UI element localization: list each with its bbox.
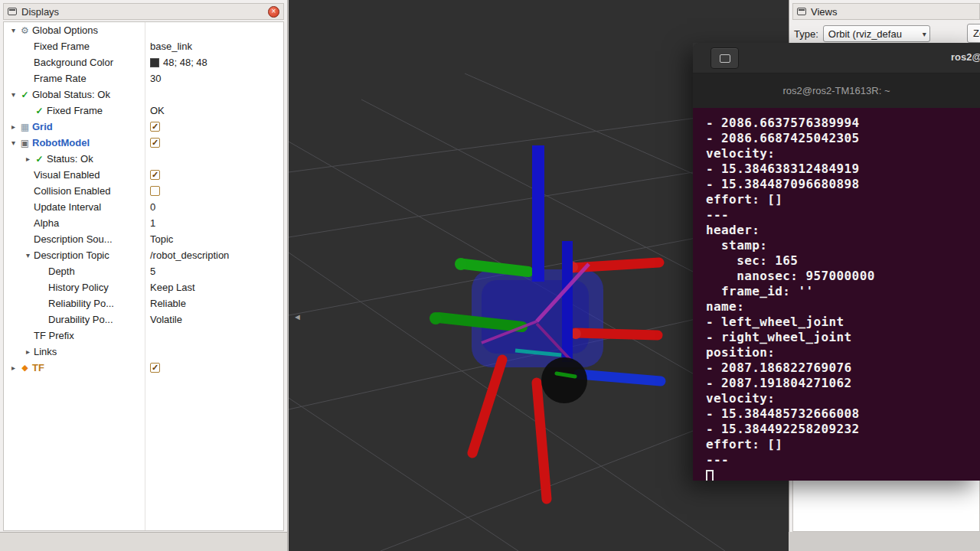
checkbox[interactable]: ✓ [150, 170, 160, 180]
terminal-line: - left_wheel_joint [706, 315, 980, 330]
terminal-window-title: ros2@ [951, 51, 980, 63]
terminal-line: --- [706, 452, 980, 468]
check-icon: ✓ [33, 154, 46, 165]
tree-row[interactable]: ▾Description Topic/robot_description [4, 247, 283, 263]
close-panel-button[interactable]: × [268, 6, 279, 18]
tree-row[interactable]: Durability Po...Volatile [4, 311, 283, 328]
panel-collapse-button[interactable]: ◄ [293, 312, 302, 321]
property-value[interactable]: 48; 48; 48 [146, 54, 283, 70]
displays-tree[interactable]: ▾⚙Global OptionsFixed Framebase_linkBack… [3, 21, 284, 531]
view-type-dropdown[interactable]: Orbit (rviz_defau ▾ [823, 25, 930, 42]
expander-open-icon[interactable]: ▾ [23, 251, 33, 259]
property-label: Depth [47, 266, 75, 277]
property-value [146, 344, 283, 360]
checkbox[interactable]: ✓ [150, 363, 160, 373]
view-type-value: Orbit (rviz_defau [828, 28, 902, 40]
property-value[interactable]: base_link [146, 38, 283, 54]
property-label: Reliability Po... [47, 298, 114, 309]
tree-row[interactable]: ▸Links [4, 344, 283, 360]
property-value[interactable]: Volatile [146, 311, 283, 328]
terminal-output[interactable]: - 2086.6637576389994- 2086.6687425042305… [693, 108, 980, 481]
grid-icon: ▦ [18, 122, 31, 132]
tree-row[interactable]: Fixed Framebase_link [4, 38, 283, 54]
new-tab-button[interactable] [710, 47, 739, 69]
tree-row[interactable]: ✓Fixed FrameOK [4, 103, 283, 119]
property-value [146, 183, 283, 199]
property-label: Durability Po... [47, 314, 113, 325]
property-label: Global Status: Ok [31, 89, 110, 100]
terminal-line: - right_wheel_joint [706, 330, 980, 345]
rviz-window: Displays × ▾⚙Global OptionsFixed Frameba… [0, 0, 980, 551]
property-value[interactable]: Topic [146, 231, 283, 247]
tree-row[interactable]: Background Color48; 48; 48 [4, 54, 283, 70]
checkbox[interactable]: ✓ [150, 122, 160, 132]
property-value: ✓ [146, 135, 283, 151]
tree-row[interactable]: ▾✓Global Status: Ok [4, 86, 283, 103]
property-label: Fixed Frame [33, 41, 90, 52]
terminal-line: --- [706, 207, 980, 223]
tree-row[interactable]: History PolicyKeep Last [4, 279, 283, 295]
expander-closed-icon[interactable]: ▸ [8, 364, 18, 372]
property-value[interactable]: OK [146, 103, 283, 119]
property-value[interactable]: 5 [146, 263, 283, 279]
terminal-titlebar[interactable]: ros2@ [693, 43, 980, 73]
tree-row[interactable]: Frame Rate30 [4, 70, 283, 86]
property-label: Alpha [33, 217, 59, 229]
tree-row[interactable]: ▸✓Status: Ok [4, 151, 283, 167]
property-value: ✓ [146, 119, 283, 135]
terminal-tab[interactable]: ros2@ros2-TM1613R: ~ [693, 73, 980, 108]
bottom-panel-strip [0, 532, 287, 551]
property-value[interactable]: 0 [146, 199, 283, 215]
tree-row[interactable]: Visual Enabled✓ [4, 167, 283, 183]
tree-row[interactable]: Reliability Po...Reliable [4, 295, 283, 311]
property-value: ✓ [146, 167, 283, 183]
tree-row[interactable]: TF Prefix [4, 328, 283, 344]
tree-row[interactable]: ▾▣RobotModel✓ [4, 135, 283, 151]
tree-row[interactable]: ▸▦Grid✓ [4, 119, 283, 135]
property-value[interactable]: 30 [146, 70, 283, 86]
tf-icon: ◆ [18, 363, 31, 373]
expander-open-icon[interactable]: ▾ [8, 26, 18, 34]
views-panel-titlebar[interactable]: Views [792, 3, 980, 20]
terminal-line: - 15.384485732666008 [706, 406, 980, 422]
property-value[interactable]: Keep Last [146, 279, 283, 295]
robot-icon: ▣ [18, 138, 31, 148]
property-value[interactable]: 1 [146, 215, 283, 231]
terminal-cursor [706, 470, 714, 481]
expander-closed-icon[interactable]: ▸ [23, 347, 33, 356]
property-value [146, 22, 283, 38]
terminal-line: stamp: [706, 238, 980, 253]
property-label: Status: Ok [46, 153, 93, 165]
check-icon: ✓ [18, 90, 31, 100]
terminal-tab-title: ros2@ros2-TM1613R: ~ [783, 85, 890, 96]
property-label: Visual Enabled [33, 169, 100, 181]
terminal-line: - 2086.6687425042305 [706, 131, 980, 146]
zero-button[interactable]: Zero [967, 24, 980, 43]
property-label: Background Color [33, 57, 113, 68]
tree-row[interactable]: ▾⚙Global Options [4, 22, 283, 38]
tree-row[interactable]: Collision Enabled [4, 183, 283, 199]
tree-row[interactable]: ▸◆TF✓ [4, 360, 283, 376]
expander-closed-icon[interactable]: ▸ [23, 155, 33, 163]
property-label: History Policy [47, 282, 109, 293]
tree-row[interactable]: Alpha1 [4, 215, 283, 231]
property-value[interactable]: Reliable [146, 295, 283, 311]
expander-open-icon[interactable]: ▾ [8, 90, 18, 99]
terminal-line: frame_id: '' [706, 284, 980, 299]
terminal-line: - 15.384638312484919 [706, 161, 980, 177]
displays-panel-title: Displays [21, 6, 59, 18]
chevron-down-icon: ▾ [920, 30, 926, 38]
checkbox[interactable] [150, 186, 160, 196]
displays-panel-titlebar[interactable]: Displays × [3, 3, 284, 20]
expander-open-icon[interactable]: ▾ [8, 139, 18, 147]
views-panel-icon [797, 8, 806, 15]
property-value [146, 151, 283, 167]
tree-row[interactable]: Description Sou...Topic [4, 231, 283, 247]
terminal-line: - 15.384492258209232 [706, 422, 980, 437]
tree-row[interactable]: Depth5 [4, 263, 283, 279]
property-label: Links [33, 346, 57, 357]
tree-row[interactable]: Update Interval0 [4, 199, 283, 215]
expander-closed-icon[interactable]: ▸ [8, 122, 18, 131]
checkbox[interactable]: ✓ [150, 138, 160, 148]
property-value[interactable]: /robot_description [146, 247, 283, 263]
